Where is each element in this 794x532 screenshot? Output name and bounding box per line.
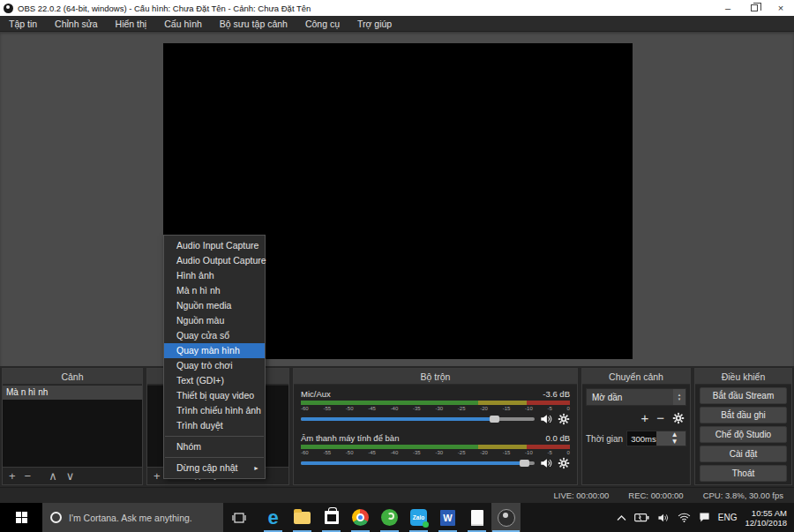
menu-item-color-source[interactable]: Nguồn màu [164,313,265,328]
volume-slider[interactable] [301,417,535,421]
transitions-panel: Chuyển cảnh Mờ dần ▴▾ + − Thời gian 300m… [581,368,691,485]
menu-item-audio-input-capture[interactable]: Audio Input Capture [164,238,265,253]
scenes-panel-title: Cảnh [3,369,142,385]
duration-input[interactable]: 300ms ▴▾ [626,431,686,446]
mixer-channel-desktop: Âm thanh máy tính để bàn 0.0 dB -60-55-5… [301,433,570,469]
submenu-arrow-icon: ► [253,461,259,476]
menu-item-display[interactable]: Mà n hì nh [164,283,265,298]
menu-item-deprecated[interactable]: Dừng cập nhật ► [164,461,265,476]
speaker-tray-icon[interactable] [657,513,670,523]
menu-item-image[interactable]: Hình ảnh [164,268,265,283]
taskbar-app-obs-studio[interactable] [491,503,521,532]
settings-button[interactable]: Cài đặt [700,446,787,462]
live-time: LIVE: 00:00:00 [553,491,609,500]
task-view-icon [232,512,246,524]
wifi-icon[interactable] [678,513,691,522]
menu-file[interactable]: Tập tin [0,16,46,32]
remove-transition-button[interactable]: − [656,412,664,424]
volume-meter [301,445,570,449]
taskbar-clock[interactable]: 10:55 AM 12/10/2018 [745,508,787,528]
menu-item-video-capture-device[interactable]: Thiết bị quay video [164,388,265,403]
add-transition-button[interactable]: + [640,412,648,424]
menu-view[interactable]: Hiển thị [107,16,156,32]
start-recording-button[interactable]: Bắt đầu ghi [700,407,787,423]
search-placeholder: I'm Cortana. Ask me anything. [69,513,192,523]
taskbar-app-zalo[interactable]: Zalo [404,503,433,532]
controls-panel-title: Điều khiển [695,369,791,385]
taskbar-app-coc-coc[interactable] [375,503,404,532]
menu-item-display-capture[interactable]: Quay màn hình [164,343,265,358]
cortana-icon [50,512,62,523]
zalo-icon: Zalo [410,509,427,526]
exit-button[interactable]: Thoát [700,465,787,482]
restore-button[interactable] [741,0,768,16]
controls-panel: Điều khiển Bắt đầu Stream Bắt đầu ghi Ch… [694,368,792,485]
taskbar-app-word[interactable]: W [433,503,462,532]
system-tray: ENG 10:55 AM 12/10/2018 [617,503,794,532]
task-view-button[interactable] [223,503,255,532]
add-scene-button[interactable]: + [9,468,16,485]
menu-profile[interactable]: Cấu hình [155,16,211,32]
menu-item-browser[interactable]: Trình duyệt [164,418,265,433]
taskbar-app-store[interactable] [317,503,346,532]
obs-app-icon [4,4,13,13]
speaker-icon[interactable] [540,413,552,425]
scenes-list[interactable]: Mà n hì nh [3,386,142,467]
start-button[interactable] [0,503,42,532]
gear-icon[interactable] [558,413,570,425]
menu-item-media-source[interactable]: Nguồn media [164,298,265,313]
volume-slider-handle[interactable] [490,416,499,423]
remove-scene-button[interactable]: − [25,468,32,485]
scene-item[interactable]: Mà n hì nh [3,386,142,400]
clock-time: 10:55 AM [752,508,787,518]
add-source-context-menu: Audio Input Capture Audio Output Capture… [163,235,266,479]
taskbar-app-file-explorer[interactable] [288,503,317,532]
notifications-icon[interactable] [699,512,710,523]
menu-separator [165,457,264,458]
mixer-panel: Bộ trộn Mic/Aux -3.6 dB -60-55-50-45-40-… [293,368,578,485]
volume-slider[interactable] [301,461,535,465]
mixer-channel-mic: Mic/Aux -3.6 dB -60-55-50-45-40-35-30-25… [301,389,570,425]
menu-item-text-gdi[interactable]: Text (GDI+) [164,373,265,388]
chrome-icon [352,509,369,526]
menu-tools[interactable]: Công cụ [296,16,348,32]
menu-scene-collection[interactable]: Bộ sưu tập cảnh [211,16,296,32]
channel-name: Mic/Aux [301,389,331,399]
taskbar-app-edge[interactable]: e [258,503,288,532]
menu-item-game-capture[interactable]: Quay trò chơi [164,358,265,373]
menu-item-group[interactable]: Nhóm [164,439,265,454]
obs-studio-icon [498,509,515,527]
channel-level: 0.0 dB [546,433,570,443]
menu-item-window-capture[interactable]: Quay cửa sổ [164,328,265,343]
menu-item-image-slideshow[interactable]: Trình chiếu hình ảnh [164,403,265,418]
cortana-search-input[interactable]: I'm Cortana. Ask me anything. [42,503,223,532]
speaker-icon[interactable] [540,457,552,469]
volume-slider-handle[interactable] [520,460,529,467]
start-streaming-button[interactable]: Bắt đầu Stream [700,387,787,404]
meter-scale: -60-55-50-45-40-35-30-25-20-15-10-50 [301,450,570,455]
tray-expand-chevron-icon[interactable] [617,514,626,521]
mixer-panel-title: Bộ trộn [294,369,577,385]
minimize-button[interactable]: – [715,0,741,16]
edge-icon: e [267,508,278,528]
transition-properties-gear-icon[interactable] [672,412,685,424]
menu-help[interactable]: Trợ giúp [348,16,401,32]
transition-select-spinner[interactable]: ▴▾ [673,389,685,405]
add-source-button[interactable]: + [154,468,161,485]
window-title: OBS 22.0.2 (64-bit, windows) - Cấu hình:… [18,4,311,13]
menu-item-audio-output-capture[interactable]: Audio Output Capture [164,253,265,268]
menu-edit[interactable]: Chỉnh sửa [46,16,106,32]
taskbar-app-chrome[interactable] [346,503,375,532]
battery-icon[interactable] [634,513,649,522]
transition-select[interactable]: Mờ dần ▴▾ [586,388,686,406]
scenes-toolbar: + − ∧ ∨ [3,467,142,484]
titlebar: OBS 22.0.2 (64-bit, windows) - Cấu hình:… [0,0,794,16]
gear-icon[interactable] [558,457,570,469]
scene-up-button[interactable]: ∧ [49,468,57,485]
duration-spinner[interactable]: ▴▾ [656,431,685,446]
language-indicator[interactable]: ENG [718,513,738,522]
scene-down-button[interactable]: ∨ [66,468,75,485]
studio-mode-button[interactable]: Chế độ Studio [700,426,787,443]
taskbar-app-notepad[interactable] [462,503,491,532]
close-button[interactable]: × [768,0,794,16]
